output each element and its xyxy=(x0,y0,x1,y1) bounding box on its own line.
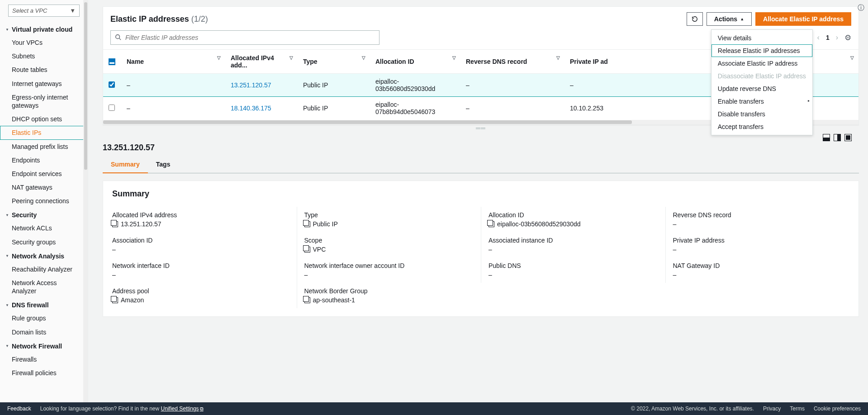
summary-field: Network interface owner account ID– xyxy=(297,258,481,283)
sidebar-item[interactable]: Endpoints xyxy=(0,153,88,167)
summary-field: Private IP address– xyxy=(665,232,850,258)
column-header[interactable]: Allocated IPv4 add...▽ xyxy=(225,50,298,74)
select-all-checkbox[interactable]: ▬ xyxy=(109,58,115,65)
panel-layout-full-icon[interactable] xyxy=(844,134,852,141)
sidebar-item[interactable]: Elastic IPs xyxy=(0,126,88,139)
cookie-prefs-link[interactable]: Cookie preferences xyxy=(814,405,861,412)
sidebar-item[interactable]: Egress-only internet gateways xyxy=(0,91,88,112)
copy-icon[interactable] xyxy=(304,297,310,303)
nav-section-header[interactable]: Network Firewall xyxy=(0,339,88,353)
search-icon xyxy=(115,34,121,42)
summary-value: – xyxy=(673,271,677,278)
summary-label: Allocated IPv4 address xyxy=(112,211,289,219)
summary-value: – xyxy=(489,271,492,278)
column-header[interactable]: Type▽ xyxy=(298,50,370,74)
cell-type: Public IP xyxy=(298,74,370,97)
sidebar-item[interactable]: Network Access Analyzer xyxy=(0,276,88,298)
summary-label: Association ID xyxy=(112,237,289,244)
allocate-eip-button[interactable]: Allocate Elastic IP address xyxy=(755,12,851,26)
privacy-link[interactable]: Privacy xyxy=(763,405,781,412)
dropdown-item[interactable]: Release Elastic IP addresses xyxy=(711,44,812,57)
summary-label: Network interface ID xyxy=(112,262,289,269)
copy-icon[interactable] xyxy=(304,221,310,227)
copy-icon[interactable] xyxy=(304,247,310,253)
copy-icon[interactable] xyxy=(112,221,118,227)
unified-settings-link[interactable]: Unified Settings⧉ xyxy=(161,405,204,412)
dropdown-item[interactable]: View details xyxy=(711,32,812,44)
sidebar-item[interactable]: Firewalls xyxy=(0,353,88,366)
sidebar-item[interactable]: Network ACLs xyxy=(0,221,88,235)
sidebar-item[interactable]: Rule groups xyxy=(0,311,88,325)
svg-line-1 xyxy=(119,38,121,40)
sidebar-item[interactable]: NAT gateways xyxy=(0,181,88,194)
column-header[interactable]: Name▽ xyxy=(121,50,225,74)
settings-icon[interactable]: ⚙ xyxy=(844,33,851,43)
pagination: ‹ 1 › ⚙ xyxy=(817,33,851,43)
sidebar-item[interactable]: Endpoint services xyxy=(0,167,88,181)
summary-label: Allocation ID xyxy=(489,211,658,219)
column-header[interactable]: Allocation ID▽ xyxy=(370,50,460,74)
sidebar-item[interactable]: Firewall policies xyxy=(0,366,88,380)
prev-page-icon[interactable]: ‹ xyxy=(817,33,820,42)
summary-label: Associated instance ID xyxy=(489,237,658,244)
actions-dropdown: View detailsRelease Elastic IP addresses… xyxy=(711,29,813,135)
summary-heading: Summary xyxy=(112,189,849,199)
sort-icon: ▽ xyxy=(289,55,293,60)
sidebar-item[interactable]: Reachability Analyzer xyxy=(0,262,88,276)
row-checkbox[interactable] xyxy=(109,81,115,88)
vpc-selector-label: Select a VPC xyxy=(12,7,47,14)
dropdown-item[interactable]: Enable transfers▸ xyxy=(711,95,812,108)
info-icon[interactable]: ⓘ xyxy=(858,4,864,12)
dropdown-item[interactable]: Disable transfers xyxy=(711,108,812,120)
actions-button[interactable]: Actions ▲ xyxy=(707,12,752,26)
sort-icon: ▽ xyxy=(850,55,854,60)
row-checkbox[interactable] xyxy=(109,105,115,111)
copy-icon[interactable] xyxy=(112,297,118,303)
summary-field: ScopeVPC xyxy=(297,232,481,258)
sidebar-item[interactable]: DHCP option sets xyxy=(0,112,88,126)
nav-section-header[interactable]: Virtual private cloud xyxy=(0,22,88,36)
terms-link[interactable]: Terms xyxy=(790,405,805,412)
search-input[interactable] xyxy=(110,30,379,45)
refresh-button[interactable] xyxy=(687,12,703,26)
dropdown-item[interactable]: Associate Elastic IP address xyxy=(711,57,812,70)
nav-section-header[interactable]: Network Analysis xyxy=(0,249,88,262)
sidebar-item[interactable]: Your VPCs xyxy=(0,36,88,49)
feedback-link[interactable]: Feedback xyxy=(7,405,31,412)
sidebar-item[interactable]: Internet gateways xyxy=(0,77,88,91)
nav-section-header[interactable]: Security xyxy=(0,208,88,221)
sort-icon: ▽ xyxy=(556,55,560,60)
dropdown-item: Disassociate Elastic IP address xyxy=(711,70,812,82)
sidebar-item[interactable]: Route tables xyxy=(0,63,88,76)
panel-layout-bottom-icon[interactable] xyxy=(823,134,830,141)
column-header[interactable]: Reverse DNS record▽ xyxy=(460,50,564,74)
summary-label: Reverse DNS record xyxy=(673,211,843,219)
cell-ip[interactable]: 18.140.36.175 xyxy=(231,105,271,112)
sidebar-item[interactable]: Security groups xyxy=(0,235,88,249)
elastic-ips-card: Elastic IP addresses (1/2) Actions ▲ All… xyxy=(103,6,859,125)
summary-label: Address pool xyxy=(112,287,289,295)
copy-icon[interactable] xyxy=(489,221,494,227)
tab[interactable]: Summary xyxy=(103,156,148,173)
sidebar-item[interactable]: Subnets xyxy=(0,49,88,63)
next-page-icon[interactable]: › xyxy=(836,33,838,42)
summary-value: eipalloc-03b56080d529030dd xyxy=(497,220,581,228)
chevron-up-icon: ▲ xyxy=(740,17,744,21)
sidebar-item[interactable]: Peering connections xyxy=(0,194,88,208)
panel-layout-side-icon[interactable] xyxy=(834,134,841,141)
footer: Feedback Looking for language selection?… xyxy=(0,402,868,415)
nav-section-header[interactable]: DNS firewall xyxy=(0,298,88,311)
sidebar-item[interactable]: Domain lists xyxy=(0,325,88,339)
vpc-selector[interactable]: Select a VPC ▼ xyxy=(8,5,80,17)
dropdown-item[interactable]: Update reverse DNS xyxy=(711,82,812,95)
dropdown-item[interactable]: Accept transfers xyxy=(711,120,812,133)
summary-field: Network Border Groupap-southeast-1 xyxy=(297,283,481,308)
sidebar-item[interactable]: Managed prefix lists xyxy=(0,140,88,153)
sidebar-scrollbar[interactable] xyxy=(83,0,88,415)
cell-reverse-dns: – xyxy=(460,97,564,120)
cell-ip[interactable]: 13.251.120.57 xyxy=(231,81,271,89)
summary-field: NAT Gateway ID– xyxy=(665,258,850,283)
page-title: Elastic IP addresses (1/2) xyxy=(110,14,208,24)
summary-label: Network Border Group xyxy=(304,287,474,295)
tab[interactable]: Tags xyxy=(148,156,179,173)
